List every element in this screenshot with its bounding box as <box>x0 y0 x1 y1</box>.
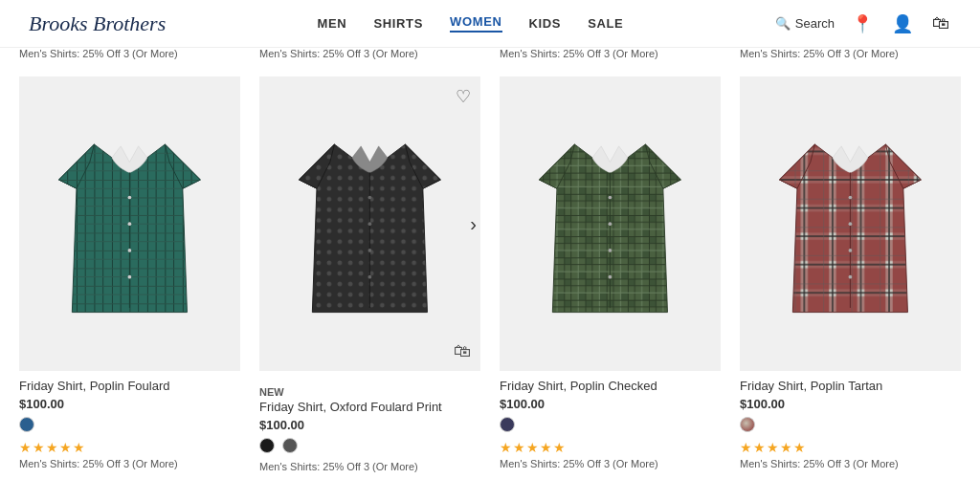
svg-point-46 <box>849 275 853 279</box>
wishlist-button-2[interactable]: ♡ <box>456 86 471 107</box>
product-name-4: Friday Shirt, Poplin Tartan <box>740 379 961 393</box>
shirt-svg-4 <box>762 106 939 341</box>
top-promo-4: Men's Shirts: 25% Off 3 (Or More) <box>740 48 961 59</box>
top-promo-2: Men's Shirts: 25% Off 3 (Or More) <box>259 48 480 59</box>
color-swatch-2a[interactable] <box>259 438 275 453</box>
product-info-3: Friday Shirt, Poplin Checked $100.00 ★★★… <box>500 371 721 469</box>
svg-point-45 <box>849 249 853 252</box>
svg-point-44 <box>849 222 853 226</box>
product-info-1: Friday Shirt, Poplin Foulard $100.00 ★★★… <box>19 371 240 469</box>
product-image-wrapper-3 <box>500 76 721 371</box>
svg-point-10 <box>128 249 132 252</box>
site-logo[interactable]: Brooks Brothers <box>29 11 166 36</box>
nav-kids[interactable]: KIDS <box>529 16 562 31</box>
svg-point-32 <box>609 275 612 279</box>
stars-1: ★★★★★ <box>19 440 240 455</box>
product-image-wrapper-4 <box>740 76 961 371</box>
product-grid: Men's Shirts: 25% Off 3 (Or More) <box>19 48 961 472</box>
product-card-4[interactable]: Men's Shirts: 25% Off 3 (Or More) <box>740 48 961 472</box>
location-button[interactable]: 📍 <box>850 11 875 36</box>
top-promo-3: Men's Shirts: 25% Off 3 (Or More) <box>500 48 721 59</box>
svg-point-8 <box>128 195 132 199</box>
product-name-1: Friday Shirt, Poplin Foulard <box>19 379 240 393</box>
shirt-svg-2 <box>281 106 458 341</box>
next-image-button-2[interactable]: › <box>470 213 477 235</box>
site-header: Brooks Brothers MEN SHIRTS WOMEN KIDS SA… <box>0 0 980 48</box>
nav-shirts[interactable]: SHIRTS <box>373 16 423 31</box>
search-label: Search <box>795 16 835 31</box>
color-swatch-2b[interactable] <box>282 438 298 453</box>
header-icons: 🔍 Search 📍 👤 🛍 <box>775 11 951 36</box>
main-nav: MEN SHIRTS WOMEN KIDS SALE <box>318 14 624 33</box>
svg-point-11 <box>128 275 132 279</box>
stars-3: ★★★★★ <box>500 440 721 455</box>
nav-men[interactable]: MEN <box>318 16 347 31</box>
product-card-2[interactable]: Men's Shirts: 25% Off 3 (Or More) ♡ <box>259 48 480 472</box>
svg-point-16 <box>368 222 372 226</box>
promo-2: Men's Shirts: 25% Off 3 (Or More) <box>259 461 480 472</box>
search-icon: 🔍 <box>775 16 791 31</box>
svg-point-17 <box>368 249 372 252</box>
promo-3: Men's Shirts: 25% Off 3 (Or More) <box>500 458 721 469</box>
svg-point-29 <box>609 195 612 199</box>
shirt-svg-3 <box>522 106 699 341</box>
nav-sale[interactable]: SALE <box>588 16 623 31</box>
color-swatch-1[interactable] <box>19 417 34 432</box>
product-name-2: Friday Shirt, Oxford Foulard Print <box>259 400 480 414</box>
main-content: Men's Shirts: 25% Off 3 (Or More) <box>0 48 980 479</box>
product-price-1: $100.00 <box>19 397 240 411</box>
product-price-3: $100.00 <box>500 397 721 411</box>
svg-point-43 <box>849 195 853 199</box>
promo-4: Men's Shirts: 25% Off 3 (Or More) <box>740 458 961 469</box>
svg-point-9 <box>128 222 132 226</box>
svg-point-31 <box>609 249 612 252</box>
stars-4: ★★★★★ <box>740 440 961 455</box>
product-price-2: $100.00 <box>259 418 480 432</box>
promo-1: Men's Shirts: 25% Off 3 (Or More) <box>19 458 240 469</box>
top-promo-1: Men's Shirts: 25% Off 3 (Or More) <box>19 48 240 59</box>
svg-point-30 <box>609 222 612 226</box>
new-badge-2: NEW <box>259 386 480 398</box>
svg-point-18 <box>368 275 372 279</box>
product-info-2: NEW Friday Shirt, Oxford Foulard Print $… <box>259 371 480 472</box>
product-image-wrapper-1 <box>19 76 240 371</box>
cart-button[interactable]: 🛍 <box>930 11 951 35</box>
shirt-svg-1 <box>41 106 218 341</box>
svg-point-15 <box>368 195 372 199</box>
product-info-4: Friday Shirt, Poplin Tartan $100.00 ★★★★… <box>740 371 961 469</box>
color-swatch-4[interactable] <box>740 417 755 432</box>
product-card-1[interactable]: Men's Shirts: 25% Off 3 (Or More) <box>19 48 240 472</box>
add-to-cart-button-2[interactable]: 🛍 <box>454 341 471 361</box>
product-image-wrapper-2: ♡ <box>259 76 480 371</box>
account-button[interactable]: 👤 <box>890 11 915 36</box>
product-card-3[interactable]: Men's Shirts: 25% Off 3 (Or More) <box>500 48 721 472</box>
product-price-4: $100.00 <box>740 397 961 411</box>
nav-women[interactable]: WOMEN <box>450 14 502 33</box>
search-area[interactable]: 🔍 Search <box>775 16 835 31</box>
color-swatch-3[interactable] <box>500 417 515 432</box>
product-name-3: Friday Shirt, Poplin Checked <box>500 379 721 393</box>
